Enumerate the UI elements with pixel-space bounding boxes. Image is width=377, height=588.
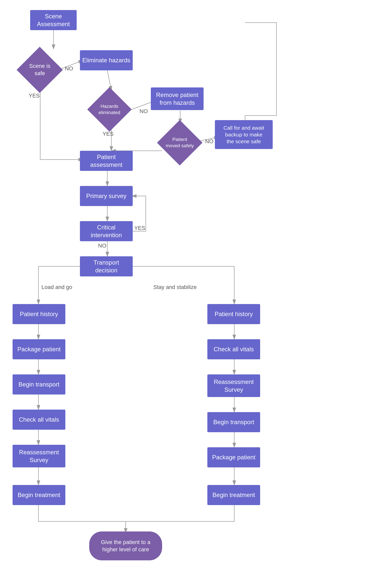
primary-survey-box: Primary survey bbox=[80, 186, 133, 206]
no-label-1: NO bbox=[65, 65, 73, 72]
right-package-patient-box: Package patient bbox=[207, 447, 260, 467]
transport-decision-box: Transport decision bbox=[80, 256, 133, 276]
eliminate-hazards-box: Eliminate hazards bbox=[80, 50, 133, 70]
stay-stabilize-label: Stay and stabilize bbox=[153, 284, 197, 290]
patient-moved-diamond: Patientmoved safely bbox=[157, 120, 202, 165]
remove-patient-box: Remove patient from hazards bbox=[151, 87, 204, 110]
left-begin-transport-box: Begin transport bbox=[13, 374, 65, 395]
left-reassessment-box: Reassessment Survey bbox=[13, 445, 65, 467]
flowchart: Scene Assessment Scene is safe Eliminate… bbox=[0, 0, 377, 588]
left-begin-treatment-box: Begin treatment bbox=[13, 485, 65, 505]
no-label-2: NO bbox=[139, 108, 148, 115]
scene-assessment-box: Scene Assessment bbox=[30, 10, 77, 30]
right-begin-transport-box: Begin transport bbox=[207, 412, 260, 432]
hazards-eliminated-diamond: Hazardseliminated bbox=[87, 87, 131, 131]
scene-safe-diamond: Scene is safe bbox=[16, 46, 63, 93]
left-package-patient-box: Package patient bbox=[13, 339, 65, 359]
load-go-label: Load and go bbox=[41, 284, 72, 290]
left-patient-history-box: Patient history bbox=[13, 304, 65, 324]
right-check-vitals-box: Check all vitals bbox=[207, 339, 260, 359]
right-patient-history-box: Patient history bbox=[207, 304, 260, 324]
yes-label-2: YES bbox=[103, 131, 114, 137]
yes-label-3: YES bbox=[134, 225, 145, 231]
yes-label-1: YES bbox=[29, 92, 40, 99]
give-patient-box: Give the patient to a higher level of ca… bbox=[89, 531, 162, 560]
right-begin-treatment-box: Begin treatment bbox=[207, 485, 260, 505]
right-reassessment-box: Reassessment Survey bbox=[207, 374, 260, 397]
critical-intervention-box: Critical intervention bbox=[80, 221, 133, 241]
call-backup-box: Call for and await backup to make the sc… bbox=[215, 120, 273, 149]
patient-assessment-box: Patient assessment bbox=[80, 151, 133, 171]
no-label-3: NO bbox=[205, 138, 213, 145]
no-label-4: NO bbox=[98, 242, 106, 249]
left-check-vitals-box: Check all vitals bbox=[13, 410, 65, 430]
